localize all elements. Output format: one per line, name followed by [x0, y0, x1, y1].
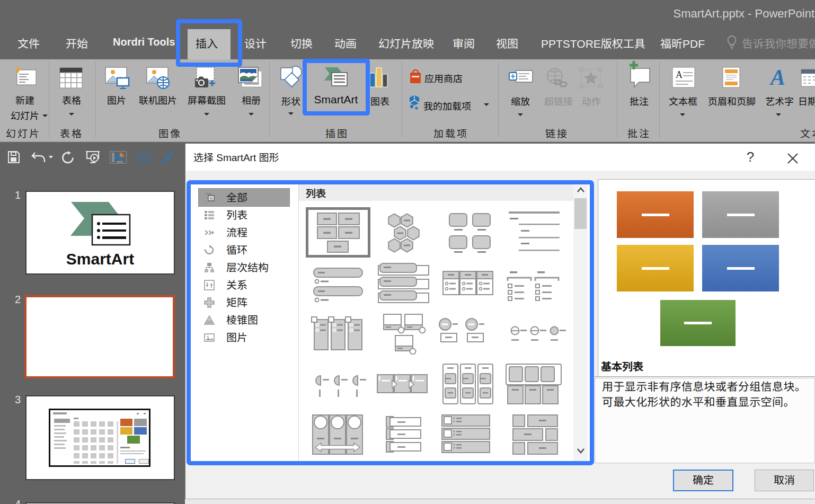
svg-text:SmartArt: SmartArt [66, 250, 134, 268]
svg-text:A: A [676, 69, 683, 80]
svg-text:A: A [769, 67, 785, 88]
